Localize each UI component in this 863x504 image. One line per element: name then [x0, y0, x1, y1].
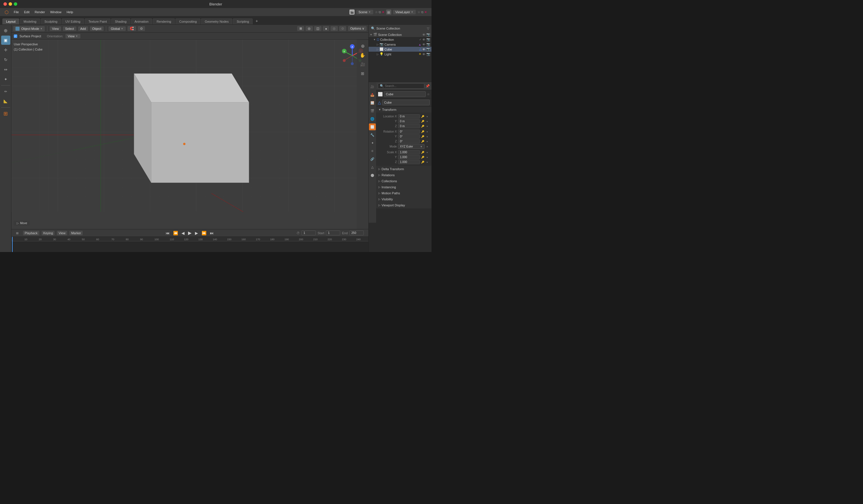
- timeline-track[interactable]: 1 10 20 30 40 50 60 70 80 90 100 110: [12, 237, 368, 252]
- menu-file[interactable]: File: [12, 10, 21, 15]
- transform-section-title[interactable]: ▼ Transform: [376, 107, 432, 113]
- outliner-filter-icon[interactable]: ▽: [427, 27, 429, 30]
- jump-start-btn[interactable]: ⏮: [164, 231, 171, 235]
- scale-x-field[interactable]: 1.000: [398, 150, 420, 154]
- rotation-x-field[interactable]: 0°: [398, 129, 420, 134]
- viewport-3d[interactable]: ▷ Move User Perspective (1) Collection |…: [12, 40, 368, 229]
- snap-toggle[interactable]: 🧲: [127, 26, 136, 31]
- scene-collection-item[interactable]: ▼ 🎬 Scene Collection 👁 📷: [368, 32, 432, 37]
- rot-x-dot[interactable]: ●: [425, 130, 429, 134]
- view-menu-tl[interactable]: View: [57, 231, 67, 235]
- blender-icon[interactable]: ⬡: [2, 9, 11, 16]
- cursor-tool[interactable]: ⊕: [1, 26, 10, 35]
- annotate-tool[interactable]: ✏: [1, 87, 10, 96]
- object-menu[interactable]: Object: [90, 26, 104, 31]
- props-tab-physics[interactable]: ⚛: [369, 148, 376, 154]
- location-x-field[interactable]: 0 m: [398, 114, 420, 118]
- light-item[interactable]: ▷ 💡 Light ☀ 👁 📷: [368, 52, 432, 56]
- tab-scripting[interactable]: Scripting: [233, 18, 253, 24]
- mode-selector[interactable]: Object Mode ▼: [13, 26, 45, 31]
- end-frame-field[interactable]: 250: [349, 230, 364, 235]
- surface-project-checkbox[interactable]: ✓: [14, 35, 17, 38]
- rot-z-dot[interactable]: ●: [425, 139, 429, 143]
- loc-y-lock[interactable]: 🔑: [421, 119, 425, 123]
- play-btn[interactable]: ▶: [187, 230, 193, 236]
- rotation-mode-select[interactable]: XYZ Euler ▼: [398, 144, 425, 149]
- cube-render-icon[interactable]: 📷: [426, 47, 430, 51]
- tl-expand-btn[interactable]: ▤: [14, 230, 21, 236]
- menu-help[interactable]: Help: [64, 10, 75, 15]
- camera-right-btn[interactable]: 🎥: [359, 60, 367, 68]
- props-tab-particle[interactable]: ✦: [369, 139, 376, 147]
- object-name-field[interactable]: Cube: [384, 91, 426, 97]
- solid-shading[interactable]: ●: [323, 26, 329, 31]
- collections-section-title[interactable]: ▷ Collections: [376, 178, 432, 184]
- tab-modeling[interactable]: Modeling: [20, 18, 40, 24]
- props-tab-constraints[interactable]: 🔗: [369, 155, 376, 162]
- keying-menu[interactable]: Keying: [42, 231, 55, 235]
- add-tool[interactable]: ⊞: [1, 109, 10, 118]
- props-tab-render[interactable]: 🎥: [369, 83, 376, 90]
- scale-y-dot[interactable]: ●: [425, 155, 429, 159]
- visibility-section-title[interactable]: ▷ Visibility: [376, 196, 432, 202]
- maximize-button[interactable]: [14, 2, 17, 6]
- vl-link-icon[interactable]: ⧉: [421, 10, 424, 14]
- xray-toggle[interactable]: ◫: [314, 26, 322, 31]
- rot-mode-dot[interactable]: ●: [425, 144, 429, 149]
- select-box-tool[interactable]: ▣: [1, 36, 10, 45]
- prev-frame-btn[interactable]: ⏪: [172, 231, 179, 235]
- props-search-field[interactable]: 🔍: [378, 83, 424, 89]
- props-tab-data[interactable]: △: [369, 164, 376, 171]
- tab-animation[interactable]: Animation: [131, 18, 152, 24]
- vl-star-icon[interactable]: ☆: [417, 10, 420, 14]
- select-menu[interactable]: Select: [63, 26, 76, 31]
- cursor-right-btn[interactable]: ⊕: [359, 42, 367, 50]
- light-render-icon[interactable]: 📷: [426, 52, 430, 56]
- scene-delete-icon[interactable]: ✕: [382, 10, 385, 14]
- scene-collection-render-icon[interactable]: 📷: [426, 33, 430, 36]
- rot-x-lock[interactable]: 🔑: [421, 130, 425, 134]
- col-render-icon[interactable]: 📷: [426, 38, 430, 41]
- add-workspace-button[interactable]: +: [253, 17, 260, 24]
- next-frame-btn[interactable]: ⏩: [200, 231, 208, 235]
- add-menu[interactable]: Add: [78, 26, 88, 31]
- rot-y-dot[interactable]: ●: [425, 135, 429, 139]
- scene-link-icon[interactable]: ⧉: [379, 10, 381, 14]
- camera-vis-icon[interactable]: 👁: [422, 43, 425, 46]
- close-button[interactable]: [3, 2, 7, 6]
- move-tool[interactable]: ✛: [1, 45, 10, 54]
- grid-right-btn[interactable]: ⊞: [359, 70, 367, 77]
- col-vis-icon[interactable]: 👁: [422, 38, 425, 41]
- options-button[interactable]: Options ∨: [348, 26, 367, 31]
- motion-paths-section-title[interactable]: ▷ Motion Paths: [376, 190, 432, 196]
- scale-z-dot[interactable]: ●: [425, 160, 429, 164]
- transform-orientation[interactable]: Global ▼: [109, 26, 126, 31]
- props-tab-object[interactable]: ⬜: [369, 123, 376, 130]
- props-tab-view[interactable]: 🪟: [369, 99, 376, 106]
- rot-y-lock[interactable]: 🔑: [421, 135, 425, 139]
- prev-keyframe-btn[interactable]: ◀: [180, 231, 186, 235]
- instancing-section-title[interactable]: ▷ Instancing: [376, 184, 432, 190]
- camera-render-icon[interactable]: 📷: [426, 42, 430, 46]
- gizmo-toggle[interactable]: ⊞: [297, 26, 304, 31]
- proportional-toggle[interactable]: ⊙: [138, 26, 145, 31]
- tab-rendering[interactable]: Rendering: [153, 18, 175, 24]
- rot-z-lock[interactable]: 🔑: [421, 139, 425, 143]
- props-search-input[interactable]: [385, 84, 422, 88]
- scale-x-lock[interactable]: 🔑: [421, 150, 425, 154]
- cube-vis-icon[interactable]: 👁: [422, 48, 425, 51]
- scene-star-icon[interactable]: ☆: [375, 10, 378, 14]
- window-controls[interactable]: [3, 2, 17, 6]
- tab-geometry-nodes[interactable]: Geometry Nodes: [201, 18, 232, 24]
- viewlayer-selector[interactable]: ViewLayer ▼: [393, 10, 416, 14]
- loc-y-dot[interactable]: ●: [425, 119, 429, 123]
- tl-frames-area[interactable]: 1 10 20 30 40 50 60 70 80 90 100 110: [12, 237, 368, 252]
- scene-collection-vis-icon[interactable]: 👁: [422, 33, 425, 36]
- tab-uv-editing[interactable]: UV Editing: [62, 18, 84, 24]
- rotate-tool[interactable]: ↻: [1, 55, 10, 64]
- light-vis-icon[interactable]: 👁: [422, 52, 425, 56]
- menu-render[interactable]: Render: [33, 10, 47, 15]
- props-tab-world[interactable]: 🌐: [369, 115, 376, 122]
- scale-z-field[interactable]: 1.000: [398, 160, 420, 164]
- props-tab-modifier[interactable]: 🔧: [369, 131, 376, 138]
